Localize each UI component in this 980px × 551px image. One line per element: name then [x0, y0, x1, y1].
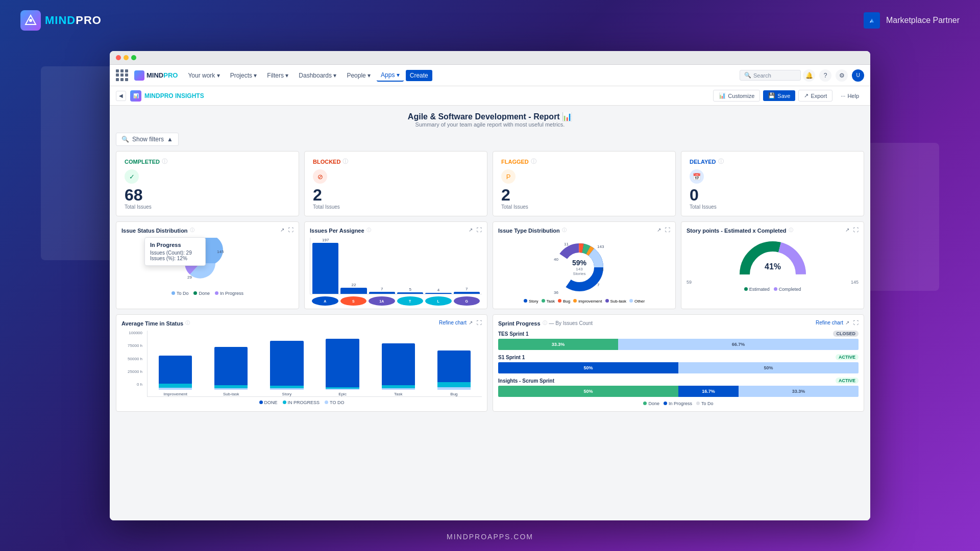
- estimated-num: 59: [687, 280, 692, 285]
- avg-label-5: Task: [394, 392, 402, 396]
- bar-value-5: 4: [437, 288, 439, 292]
- avatar-5: L: [425, 296, 452, 306]
- create-button[interactable]: Create: [406, 70, 432, 81]
- fullscreen-icon-4[interactable]: ⛶: [852, 226, 860, 234]
- window-controls: [116, 55, 136, 60]
- maximize-dot[interactable]: [131, 55, 136, 60]
- fullscreen-icon[interactable]: ⛶: [287, 226, 295, 234]
- svg-text:143: 143: [597, 244, 604, 249]
- bar-group-3: 7: [369, 287, 395, 294]
- stat-flagged-label: FLAGGED ⓘ: [501, 158, 667, 165]
- expand-icon-4[interactable]: ↗: [844, 226, 850, 234]
- bar-group-1: 197: [312, 238, 338, 294]
- avg-bar-epic: Epic: [319, 339, 366, 396]
- info-icon-6: ⓘ: [366, 227, 371, 234]
- expand-icon[interactable]: ↗: [279, 226, 285, 234]
- sprint-actions: ↗ ⛶: [844, 319, 860, 327]
- svg-text:5: 5: [601, 267, 604, 272]
- minimize-dot[interactable]: [124, 55, 129, 60]
- avg-time-chart: Average Time in Status ⓘ Refine chart ↗ …: [116, 314, 487, 412]
- fullscreen-icon-3[interactable]: ⛶: [664, 226, 671, 234]
- nav-logo: MINDPRO: [134, 70, 178, 81]
- bottom-row: Average Time in Status ⓘ Refine chart ↗ …: [116, 314, 864, 412]
- expand-icon-5[interactable]: ↗: [468, 319, 474, 327]
- atlassian-logo: [864, 12, 880, 29]
- info-icon-7: ⓘ: [562, 227, 567, 234]
- show-filters-button[interactable]: 🔍 Show filters ▲: [116, 133, 179, 146]
- grid-icon[interactable]: [116, 69, 128, 82]
- bar-chart-container: 197 22 7 5: [310, 238, 482, 299]
- sprint-item-3: Insights - Scrum Sprint ACTIVE 50% 16.7%…: [498, 378, 859, 397]
- assignee-title: Issues Per Assignee ⓘ: [310, 227, 482, 234]
- svg-text:145: 145: [217, 249, 224, 254]
- avg-bar-bug: Bug: [430, 350, 478, 396]
- sprint-3-in-progress: 16.7%: [678, 386, 739, 397]
- nav-projects[interactable]: Projects ▾: [226, 70, 261, 81]
- bar-5: [425, 293, 451, 294]
- report-title-section: Agile & Software Development - Report 📊 …: [116, 112, 864, 128]
- insights-brand: 📊 MINDPRO INSIGHTS: [130, 90, 204, 102]
- sprint-progress-chart: Sprint Progress ⓘ — By Issues Count Refi…: [493, 314, 864, 412]
- sprint-1-todo: 66.7%: [618, 339, 859, 350]
- expand-icon-2[interactable]: ↗: [468, 226, 474, 234]
- issue-status-title: Issue Status Distribution ⓘ: [121, 227, 293, 234]
- bar-group-5: 4: [425, 288, 451, 294]
- bar-group-4: 5: [397, 287, 423, 294]
- fullscreen-icon-5[interactable]: ⛶: [476, 319, 483, 327]
- expand-icon-6[interactable]: ↗: [844, 319, 850, 327]
- nav-dashboards[interactable]: Dashboards ▾: [295, 70, 340, 81]
- issues-per-assignee-chart: Issues Per Assignee ⓘ ↗ ⛶ 197 22: [304, 221, 487, 309]
- half-donut-container: 41% 59 145 Estimated Completed: [687, 238, 859, 292]
- report-subtitle: Summary of your team agile report with m…: [116, 121, 864, 128]
- bar-value-6: 7: [465, 287, 468, 291]
- sprint-3-name: Insights - Scrum Sprint: [498, 378, 554, 384]
- avg-label-6: Bug: [450, 392, 457, 396]
- help-button[interactable]: ··· Help: [836, 91, 864, 101]
- blocked-icon: ⊘: [313, 169, 327, 184]
- refine-chart-button[interactable]: Refine chart: [439, 320, 467, 325]
- nav-your-work[interactable]: Your work ▾: [184, 70, 224, 81]
- bar-2: [340, 288, 366, 294]
- expand-icon-3[interactable]: ↗: [656, 226, 662, 234]
- sidebar-toggle[interactable]: ◀: [116, 91, 126, 101]
- sprint-refine-button[interactable]: Refine chart: [816, 320, 843, 325]
- avatar-4: T: [397, 296, 424, 306]
- sprint-3-todo: 33.3%: [739, 386, 859, 397]
- brand-icon: [20, 10, 41, 31]
- svg-text:7: 7: [597, 283, 600, 287]
- help-icon[interactable]: ?: [819, 69, 831, 82]
- export-button[interactable]: ↗ Export: [798, 90, 832, 102]
- stat-flagged-total: Total Issues: [501, 204, 667, 210]
- nav-apps[interactable]: Apps ▾: [377, 69, 404, 82]
- nav-search[interactable]: 🔍 Search: [740, 70, 801, 81]
- fullscreen-icon-2[interactable]: ⛶: [476, 226, 483, 234]
- search-icon: 🔍: [744, 72, 751, 79]
- avg-label-1: Improvement: [163, 392, 187, 396]
- bar-3: [369, 292, 395, 294]
- sprint-3-status: ACTIVE: [836, 378, 859, 384]
- nav-filters[interactable]: Filters ▾: [263, 70, 292, 81]
- tooltip-count: Issues (Count): 29: [150, 250, 200, 256]
- tooltip-percent: Issues (%): 12%: [150, 256, 200, 261]
- top-bar: MINDPRO Marketplace Partner: [0, 0, 980, 41]
- stat-blocked-count: 2: [313, 187, 479, 203]
- report-title: Agile & Software Development - Report 📊: [116, 112, 864, 121]
- nav-people[interactable]: People ▾: [342, 70, 375, 81]
- insights-actions: 📊 Customize 💾 Save ↗ Export ··· Help: [713, 90, 864, 102]
- info-icon: ⓘ: [162, 158, 167, 165]
- story-points-chart: Story points - Estimated x Completed ⓘ ↗…: [681, 221, 864, 309]
- info-icon-9: ⓘ: [185, 320, 190, 327]
- fullscreen-icon-6[interactable]: ⛶: [852, 319, 860, 327]
- info-icon-2: ⓘ: [342, 158, 348, 165]
- pie-legend: To Do Done In Progress: [172, 291, 243, 296]
- profile-avatar[interactable]: U: [852, 69, 864, 82]
- tooltip-title: In Progress: [150, 242, 200, 248]
- notification-icon[interactable]: 🔔: [803, 69, 815, 82]
- partner-area: Marketplace Partner: [864, 12, 960, 29]
- bar-value-2: 22: [352, 283, 356, 287]
- close-dot[interactable]: [116, 55, 121, 60]
- y-label-5: 0 h: [121, 382, 142, 387]
- customize-button[interactable]: 📊 Customize: [713, 90, 760, 102]
- save-button[interactable]: 💾 Save: [763, 90, 795, 101]
- settings-icon[interactable]: ⚙: [836, 69, 848, 82]
